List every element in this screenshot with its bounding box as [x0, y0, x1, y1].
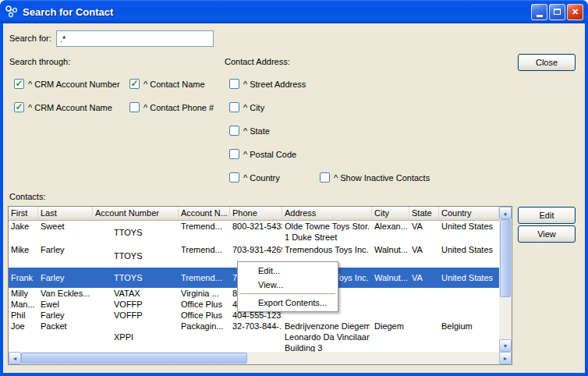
view-button[interactable]: View: [518, 225, 576, 243]
cell-account-number: TTOYS: [93, 221, 179, 244]
horizontal-scrollbar[interactable]: ◄ ►: [9, 352, 512, 364]
cell-state: [409, 310, 439, 321]
minimize-icon: [537, 15, 543, 17]
cell-country: [439, 299, 499, 310]
minimize-button[interactable]: [531, 4, 547, 20]
column-header-state[interactable]: State: [409, 207, 439, 220]
dialog-body: Search for: Search through: ✓ ^ CRM Acco…: [3, 23, 585, 373]
close-icon: ✕: [572, 7, 579, 17]
cell-first: Man...: [9, 299, 38, 310]
cell-first: Phil: [9, 310, 38, 321]
check-icon: ✓: [15, 79, 23, 88]
contacts-label: Contacts:: [9, 192, 45, 201]
checkbox-box[interactable]: ✓: [129, 102, 140, 112]
table-row[interactable]: Joe Packet XPPI Packagin... 32-703-844-.…: [9, 321, 499, 352]
cell-first: Milly: [9, 288, 38, 299]
cell-country: United States: [439, 268, 499, 288]
checkbox-show-inactive-contacts[interactable]: ✓ ^ Show Inactive Contacts: [320, 172, 430, 183]
scroll-left-button[interactable]: ◄: [9, 352, 21, 364]
edit-button[interactable]: Edit: [518, 207, 576, 224]
menu-item-edit[interactable]: Edit...: [239, 264, 336, 278]
cell-last: Ewel: [38, 299, 93, 310]
checkbox-contact-phone[interactable]: ✓ ^ Contact Phone #: [129, 101, 214, 113]
table-row[interactable]: Jake Sweet TTOYS Tremend... 800-321-5433…: [9, 221, 499, 244]
cell-country: [439, 310, 499, 321]
checkbox-city[interactable]: ✓ ^ City: [229, 101, 264, 113]
scroll-up-icon: ▲: [503, 211, 508, 216]
cell-city: Alexan...: [372, 221, 409, 244]
title-bar[interactable]: Search for Contact ✕: [0, 0, 588, 23]
cell-first: Jake: [9, 221, 38, 244]
cell-account-name: Office Plus: [179, 299, 230, 310]
maximize-button[interactable]: [549, 4, 565, 20]
scroll-up-button[interactable]: ▲: [499, 207, 512, 219]
cell-state: [409, 288, 439, 299]
cell-city: [372, 299, 409, 310]
column-header-country[interactable]: Country: [439, 207, 499, 220]
column-header-first[interactable]: First: [9, 207, 38, 220]
dialog-window: Search for Contact ✕ Search for: Search …: [0, 0, 588, 376]
checkbox-box[interactable]: ✓: [129, 79, 140, 89]
cell-last: Sweet: [38, 221, 93, 244]
checkbox-contact-name[interactable]: ✓ ^ Contact Name: [129, 78, 205, 90]
checkbox-crm-account-number[interactable]: ✓ ^ CRM Account Number: [14, 78, 120, 90]
column-header-city[interactable]: City: [372, 207, 409, 220]
checkbox-box[interactable]: ✓: [229, 79, 239, 89]
checkbox-box[interactable]: ✓: [14, 79, 24, 89]
checkbox-crm-account-name[interactable]: ✓ ^ CRM Account Name: [14, 101, 112, 113]
column-header-last[interactable]: Last: [38, 207, 93, 220]
checkbox-street-address[interactable]: ✓ ^ Street Address: [229, 78, 306, 90]
cell-account-name: Packagin...: [179, 321, 230, 352]
menu-separator: [240, 293, 335, 294]
cell-first: Frank: [9, 268, 38, 288]
cell-first: Joe: [9, 321, 38, 352]
cell-state: [409, 321, 439, 352]
cell-last: Farley: [38, 310, 93, 321]
menu-item-export-contents[interactable]: Export Contents...: [239, 296, 336, 310]
checkbox-box[interactable]: ✓: [229, 172, 239, 183]
cell-account-number: VATAX: [93, 288, 179, 299]
column-header-account-number[interactable]: Account Number: [93, 207, 179, 220]
column-header-phone[interactable]: Phone: [230, 207, 282, 220]
cell-state: VA: [409, 244, 439, 268]
checkbox-label: ^ Country: [243, 173, 280, 183]
cell-last: Farley: [38, 268, 93, 288]
column-header-address[interactable]: Address: [282, 207, 372, 220]
scroll-right-button[interactable]: ►: [499, 352, 512, 364]
horizontal-scroll-thumb[interactable]: [21, 353, 247, 364]
vertical-scroll-thumb[interactable]: [500, 219, 511, 297]
column-header-account-name[interactable]: Account N...: [179, 207, 230, 220]
checkbox-box[interactable]: ✓: [320, 172, 330, 183]
checkbox-state[interactable]: ✓ ^ State: [229, 125, 270, 137]
close-button[interactable]: Close: [518, 54, 576, 71]
checkbox-postal-code[interactable]: ✓ ^ Postal Code: [229, 148, 296, 160]
cell-country: [439, 288, 499, 299]
scroll-down-button[interactable]: ▼: [499, 339, 512, 352]
checkbox-country[interactable]: ✓ ^ Country: [229, 172, 280, 183]
cell-account-number: VOFFP: [93, 299, 179, 310]
window-title: Search for Contact: [23, 6, 531, 18]
vertical-scrollbar[interactable]: ▲ ▼: [499, 207, 512, 352]
cell-last: Packet: [38, 321, 93, 352]
checkbox-label: ^ CRM Account Number: [28, 80, 120, 89]
close-window-button[interactable]: ✕: [567, 4, 583, 20]
table-header-row: First Last Account Number Account N... P…: [9, 207, 499, 221]
checkbox-label: ^ Postal Code: [243, 150, 296, 159]
cell-phone: 32-703-844-...: [230, 321, 282, 352]
menu-item-view[interactable]: View...: [239, 278, 336, 292]
checkbox-box[interactable]: ✓: [229, 126, 239, 136]
cell-city: Walnut...: [372, 244, 409, 268]
search-input[interactable]: [56, 30, 214, 47]
cell-address: Bedrijvenzone Diegem... Leonardo Da Vinc…: [282, 321, 372, 352]
checkbox-box[interactable]: ✓: [229, 102, 239, 112]
checkbox-label: ^ Street Address: [243, 80, 306, 89]
cell-phone: 800-321-5433: [230, 221, 282, 244]
checkbox-box[interactable]: ✓: [229, 149, 239, 159]
cell-last: Van Eckles...: [38, 288, 93, 299]
checkbox-box[interactable]: ✓: [14, 102, 24, 112]
cell-address: Olde Towne Toys Stor... 1 Duke Street: [282, 221, 372, 244]
scroll-down-icon: ▼: [503, 343, 508, 349]
scroll-left-icon: ◄: [12, 356, 18, 361]
maximize-icon: [554, 9, 561, 15]
checkbox-label: ^ CRM Account Name: [28, 103, 112, 112]
